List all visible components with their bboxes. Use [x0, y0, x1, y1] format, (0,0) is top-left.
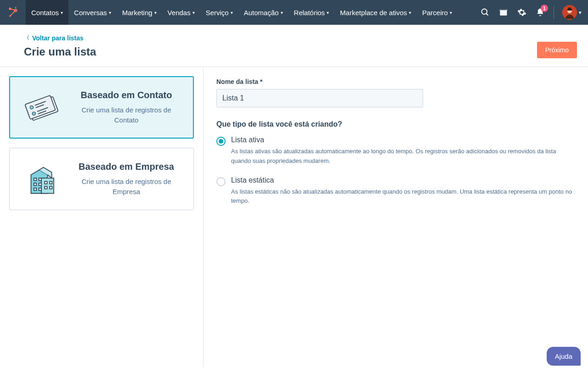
svg-point-5: [482, 9, 487, 15]
svg-rect-10: [25, 95, 56, 119]
nav-label: Marketing: [122, 9, 153, 17]
nav-label: Parceiro: [422, 9, 448, 17]
card-desc: Crie uma lista de registros de Contato: [70, 105, 182, 125]
card-title: Baseado em Contato: [70, 90, 182, 100]
nav-item-servico[interactable]: Serviço▾: [200, 0, 238, 25]
chevron-down-icon: ▾: [61, 10, 63, 15]
radio-desc: As listas ativas são atualizadas automat…: [231, 147, 575, 166]
top-navigation: Contatos▾ Conversas▾ Marketing▾ Vendas▾ …: [0, 0, 588, 25]
nav-item-contatos[interactable]: Contatos▾: [26, 0, 68, 25]
svg-rect-26: [45, 186, 47, 189]
company-building-icon: [21, 158, 62, 200]
chevron-down-icon: ▾: [154, 10, 157, 15]
contact-card-icon: [21, 87, 62, 128]
back-link[interactable]: 〈 Voltar para listas: [24, 34, 96, 42]
chevron-down-icon: ▾: [231, 10, 233, 15]
next-button[interactable]: Próximo: [537, 42, 577, 58]
svg-rect-24: [45, 181, 47, 184]
nav-item-marketplace[interactable]: Marketplace de ativos▾: [334, 0, 417, 25]
svg-rect-20: [34, 188, 36, 190]
radio-label: Lista ativa: [231, 136, 575, 144]
radio-desc: As listas estáticas não são atualizadas …: [231, 187, 575, 206]
list-type-question: Que tipo de lista você está criando?: [216, 120, 575, 128]
nav-item-relatorios[interactable]: Relatórios▾: [288, 0, 335, 25]
main-content: Baseado em Contato Crie uma lista de reg…: [0, 67, 588, 367]
chevron-down-icon: ▾: [409, 10, 411, 15]
radio-button[interactable]: [216, 177, 226, 186]
left-column: Baseado em Contato Crie uma lista de reg…: [0, 67, 204, 367]
list-type-radio-group: Lista ativa As listas ativas são atualiz…: [216, 136, 575, 206]
nav-item-automacao[interactable]: Automação▾: [238, 0, 288, 25]
notification-badge: 1: [541, 5, 548, 12]
help-button[interactable]: Ajuda: [547, 347, 581, 366]
svg-rect-22: [39, 183, 41, 185]
chevron-down-icon: ▾: [450, 10, 452, 15]
card-desc: Crie uma lista de registros de Empresa: [70, 177, 182, 197]
notifications-bell-icon[interactable]: 1: [535, 7, 545, 17]
card-title: Baseado em Empresa: [70, 161, 182, 172]
radio-static-list[interactable]: Lista estática As listas estáticas não s…: [216, 176, 575, 206]
nav-label: Automação: [244, 9, 279, 17]
nav-items: Contatos▾ Conversas▾ Marketing▾ Vendas▾ …: [26, 0, 458, 25]
nav-item-marketing[interactable]: Marketing▾: [117, 0, 162, 25]
nav-label: Marketplace de ativos: [340, 9, 407, 17]
account-chevron-down-icon[interactable]: ▾: [579, 10, 582, 16]
nav-item-conversas[interactable]: Conversas▾: [68, 0, 117, 25]
radio-active-list[interactable]: Lista ativa As listas ativas são atualiz…: [216, 136, 575, 166]
settings-gear-icon[interactable]: [517, 7, 527, 17]
nav-item-parceiro[interactable]: Parceiro▾: [417, 0, 458, 25]
chevron-left-icon: 〈: [24, 34, 29, 42]
hubspot-logo-icon[interactable]: [6, 6, 19, 19]
nav-label: Conversas: [74, 9, 107, 17]
svg-rect-17: [41, 178, 54, 193]
svg-rect-27: [50, 186, 52, 189]
radio-label: Lista estática: [231, 176, 575, 184]
search-icon[interactable]: [480, 7, 490, 17]
card-company-based[interactable]: Baseado em Empresa Crie uma lista de reg…: [9, 148, 194, 210]
right-column: Nome da lista * Que tipo de lista você e…: [204, 67, 588, 367]
card-contact-based[interactable]: Baseado em Contato Crie uma lista de reg…: [9, 76, 194, 139]
svg-rect-25: [50, 181, 52, 184]
nav-label: Vendas: [168, 9, 191, 17]
nav-label: Serviço: [206, 9, 229, 17]
list-name-label: Nome da lista *: [216, 78, 575, 85]
chevron-down-icon: ▾: [281, 10, 283, 15]
svg-rect-18: [34, 178, 36, 180]
page-header: 〈 Voltar para listas Crie uma lista Próx…: [0, 25, 588, 67]
svg-line-6: [486, 14, 488, 16]
svg-rect-21: [39, 178, 41, 180]
nav-item-vendas[interactable]: Vendas▾: [162, 0, 200, 25]
divider: [554, 6, 554, 19]
user-avatar[interactable]: [562, 5, 577, 20]
svg-rect-23: [39, 188, 41, 190]
radio-button[interactable]: [216, 137, 226, 146]
nav-icons: 1 ▾: [480, 5, 584, 20]
svg-rect-19: [34, 183, 36, 185]
page-title: Crie uma lista: [24, 45, 96, 58]
chevron-down-icon: ▾: [192, 10, 195, 15]
nav-label: Relatórios: [294, 9, 325, 17]
marketplace-icon[interactable]: [498, 7, 509, 17]
nav-label: Contatos: [31, 9, 59, 17]
chevron-down-icon: ▾: [327, 10, 329, 15]
svg-point-4: [15, 7, 17, 8]
back-label: Voltar para listas: [32, 34, 84, 42]
list-name-input[interactable]: [216, 89, 423, 107]
chevron-down-icon: ▾: [109, 10, 111, 15]
